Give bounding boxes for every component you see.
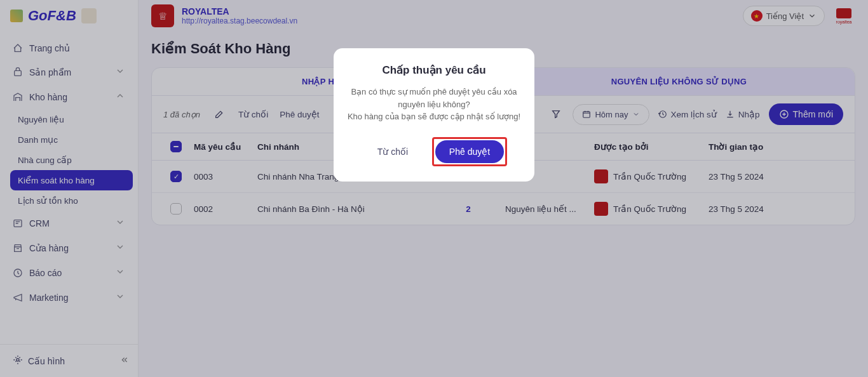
modal-overlay[interactable]: Chấp thuận yêu cầu Bạn có thực sự muốn p… (0, 0, 868, 377)
confirm-modal: Chấp thuận yêu cầu Bạn có thực sự muốn p… (334, 48, 534, 182)
modal-text: Bạn có thực sự muốn phê duyệt yêu cầu xó… (346, 86, 522, 123)
modal-actions: Từ chối Phê duyệt (346, 137, 522, 166)
modal-cancel-button[interactable]: Từ chối (361, 137, 424, 166)
modal-title: Chấp thuận yêu cầu (346, 63, 522, 77)
modal-confirm-button[interactable]: Phê duyệt (435, 140, 504, 163)
highlight-annotation: Phê duyệt (432, 137, 507, 166)
